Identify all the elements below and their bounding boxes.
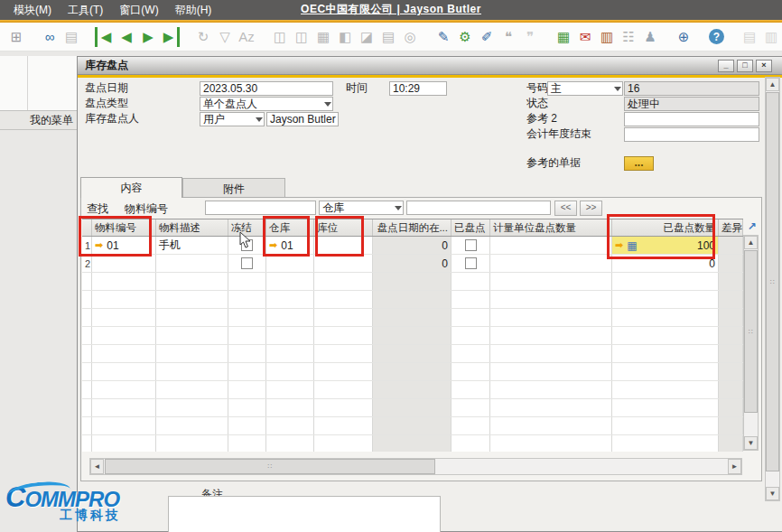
maximize-icon[interactable]: □	[737, 60, 753, 72]
scroll-up-icon[interactable]: ▲	[744, 236, 758, 249]
date-field[interactable]: 2023.05.30	[200, 81, 333, 96]
list-icon[interactable]: ▤	[61, 27, 81, 47]
copy-icon[interactable]: ◫	[270, 27, 290, 47]
cell-variance[interactable]	[719, 237, 743, 254]
cell-empty	[314, 363, 373, 380]
column-header-counted[interactable]: 已盘点	[452, 219, 490, 236]
edit-icon[interactable]: ✎	[433, 27, 453, 47]
help-icon[interactable]: ?	[709, 29, 724, 44]
nav-prev-icon[interactable]: ◀	[116, 27, 136, 47]
tab-contents[interactable]: 内容	[80, 177, 182, 198]
cell-uom[interactable]	[490, 237, 612, 254]
counted-checkbox[interactable]	[465, 239, 477, 251]
menu-module[interactable]: 模块(M)	[5, 0, 60, 20]
frozen-checkbox[interactable]	[241, 257, 253, 269]
ref2-field[interactable]	[624, 112, 759, 126]
grid-vscrollbar[interactable]: ▲ ∷ ▼	[743, 235, 759, 451]
chart-icon[interactable]: ◪	[357, 27, 377, 47]
cell-empty	[490, 309, 612, 326]
comment-add-icon[interactable]: ❞	[520, 27, 540, 47]
form-settings-icon[interactable]: ⊞	[6, 27, 26, 47]
menu-help[interactable]: 帮助(H)	[167, 0, 220, 20]
window-vscrollbar[interactable]: ▲ ∷ ▼	[765, 77, 780, 501]
orgchart-icon[interactable]: ☷	[619, 27, 638, 47]
counted-checkbox[interactable]	[465, 257, 477, 269]
scroll-up-icon[interactable]: ▲	[766, 78, 779, 91]
search-next-button[interactable]: >>	[580, 201, 602, 216]
cell-instock[interactable]: 0	[373, 237, 452, 254]
doc-disabled-icon[interactable]: ▤	[740, 27, 759, 47]
column-header-desc[interactable]: 物料描述	[156, 219, 228, 236]
cell-frozen[interactable]	[228, 255, 266, 272]
remarks-textarea[interactable]	[168, 496, 441, 532]
calendar-icon[interactable]: ▦	[554, 27, 573, 47]
person-icon[interactable]: ♟	[640, 27, 660, 47]
count-type-select[interactable]: 单个盘点人	[200, 97, 333, 111]
paste-icon[interactable]: ◫	[292, 27, 312, 47]
grid-hscrollbar[interactable]: ◄ ∷ ►	[89, 458, 742, 475]
cell-empty	[314, 435, 373, 452]
schedule-icon[interactable]: ▥	[597, 27, 617, 47]
fiscal-field[interactable]	[624, 127, 759, 142]
nav-first-icon[interactable]: ◀	[95, 27, 115, 47]
menu-tools[interactable]: 工具(T)	[60, 0, 111, 20]
cell-wh[interactable]	[266, 255, 314, 272]
grid-hscroll-thumb[interactable]: ∷	[105, 459, 435, 474]
cell-empty	[228, 435, 266, 452]
scroll-left-icon[interactable]: ◄	[90, 459, 104, 474]
comment-icon[interactable]: ❝	[498, 27, 518, 47]
cell-num[interactable]: 2	[82, 255, 92, 272]
cell-variance[interactable]	[719, 255, 743, 272]
scroll-down-icon[interactable]: ▼	[744, 436, 758, 450]
doc-wrench-icon[interactable]: ✐	[477, 27, 497, 47]
scroll-right-icon[interactable]: ►	[728, 459, 741, 474]
window-titlebar[interactable]: 库存盘点	[78, 57, 782, 75]
doc2-disabled-icon[interactable]: ▥	[761, 27, 781, 47]
journal-icon[interactable]: ▤	[378, 27, 398, 47]
mail-icon[interactable]: ✉	[575, 27, 595, 47]
search-prev-button[interactable]: <<	[554, 201, 577, 216]
doc-settings-icon[interactable]: ⚙	[455, 27, 475, 47]
time-field[interactable]: 10:29	[389, 81, 447, 96]
number-series-select[interactable]: 主	[547, 81, 623, 96]
scroll-down-icon[interactable]: ▼	[766, 487, 779, 500]
minimize-icon[interactable]: _	[718, 60, 734, 72]
nav-next-icon[interactable]: ▶	[138, 27, 158, 47]
column-header-uom[interactable]: 计量单位盘点数量	[490, 219, 612, 236]
menu-window[interactable]: 窗口(W)	[111, 0, 166, 20]
cell-desc[interactable]	[156, 255, 228, 272]
tab-attachments[interactable]: 附件	[182, 178, 285, 198]
column-header-instock[interactable]: 盘点日期的在...	[373, 219, 452, 236]
nav-last-icon[interactable]: ▶	[160, 27, 180, 47]
cell-instock[interactable]: 0	[373, 255, 452, 272]
background-divider	[27, 56, 28, 110]
cell-item[interactable]	[92, 255, 156, 272]
cell-uom[interactable]	[490, 255, 612, 272]
column-header-variance[interactable]: 差异	[719, 219, 743, 236]
calculator-copy-icon[interactable]: ▦	[313, 27, 333, 47]
refresh-icon[interactable]: ↻	[193, 27, 213, 47]
counter-name-field[interactable]: Jayson Butler	[266, 112, 339, 126]
toolbar-group: ∞▤	[39, 27, 82, 47]
search-warehouse-select[interactable]: 仓库	[319, 201, 404, 215]
cell-bin[interactable]	[314, 255, 373, 272]
find-icon[interactable]: ∞	[40, 27, 60, 47]
preview-icon[interactable]: ◎	[400, 27, 420, 47]
search-warehouse-input[interactable]	[406, 201, 551, 215]
close-icon[interactable]: ×	[756, 60, 772, 72]
window-vscroll-thumb[interactable]: ∷	[766, 92, 779, 471]
volume-icon[interactable]: ◧	[335, 27, 355, 47]
counter-type-select[interactable]: 用户	[200, 112, 265, 126]
cell-desc[interactable]: 手机	[156, 237, 228, 254]
toolbar-group: ▦✉▥☷♟	[553, 27, 661, 47]
tab-my-menu[interactable]: 我的菜单	[0, 110, 77, 130]
refdoc-button[interactable]: ...	[624, 156, 654, 171]
cell-counted[interactable]	[452, 255, 490, 272]
cell-counted[interactable]	[452, 237, 490, 254]
search-item-input[interactable]	[205, 201, 316, 215]
browser-icon[interactable]: ⊕	[674, 27, 694, 47]
filter-icon[interactable]: ▽	[215, 27, 235, 47]
sort-icon[interactable]: Az	[237, 27, 256, 47]
expand-grid-icon[interactable]: ↗	[744, 219, 759, 234]
grid-vscroll-thumb[interactable]: ∷	[744, 250, 758, 413]
